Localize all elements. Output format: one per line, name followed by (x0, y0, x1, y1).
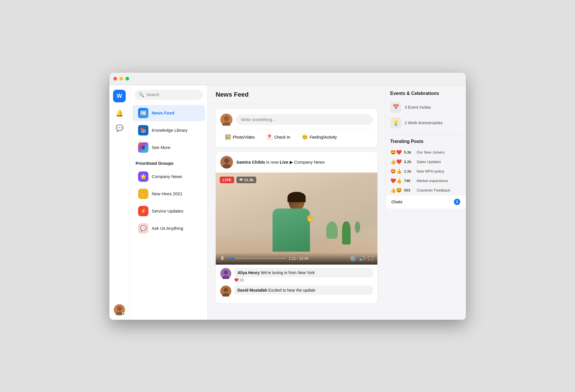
check-in-button[interactable]: 📍 Check In (262, 132, 295, 143)
trending-text-4: Cusotmer Feedback (417, 188, 450, 192)
trending-emojis-1: 👍❤️ (390, 159, 402, 165)
live-post-card: Samira Childs is now Live ▶ Company News (216, 152, 377, 303)
post-author-avatar (220, 156, 233, 169)
feeling-icon: 😊 (302, 134, 308, 140)
logo-letter: W (117, 93, 122, 99)
time-current: 1:21 (289, 256, 296, 261)
work-anniversaries-text: 2 Work Anniversaries (405, 121, 443, 125)
trending-emojis-3: ❤️👍 (390, 178, 402, 183)
composer-top (220, 114, 373, 126)
video-person: ✋ (283, 194, 310, 252)
trending-item-1[interactable]: 👍❤️ 2.2k Sales Updates (390, 157, 461, 167)
trending-item-3[interactable]: ❤️👍 746 Market expansions (390, 176, 461, 186)
new-hires-label: New Hires 2021 (152, 191, 183, 196)
photo-video-button[interactable]: 🖼️ Photo/Video (220, 132, 259, 143)
groups-section-header: Prioritised Groups (130, 156, 207, 168)
work-anniversaries-item[interactable]: 💡 2 Work Anniversaries (390, 115, 461, 131)
time-sep: / (297, 256, 299, 261)
comment-author-2: David Mustafah (238, 288, 267, 292)
sidebar-item-new-hires[interactable]: ✋ New Hires 2021 (132, 186, 205, 202)
check-in-label: Check In (274, 135, 290, 139)
post-author-name: Samira Childs (236, 160, 265, 165)
app-logo[interactable]: W (113, 90, 126, 102)
comment-item: Aliya Henry We're tuning in from New Yor… (220, 268, 373, 282)
close-button[interactable] (113, 77, 117, 81)
sidebar-item-see-more[interactable]: ⊞ See More (132, 139, 205, 156)
comment-reaction-1: ❤️ 23 (234, 278, 373, 282)
chats-badge: 3 (454, 199, 460, 205)
see-more-label: See More (152, 145, 171, 150)
fullscreen-button[interactable]: ⛶ (368, 255, 373, 261)
trending-text-1: Sales Updates (417, 160, 441, 164)
maximize-button[interactable] (125, 77, 129, 81)
icon-rail: W 🔔 💬 (109, 85, 130, 320)
search-icon: 🔍 (139, 92, 144, 97)
trending-text-3: Market expansions (417, 179, 448, 183)
minimize-button[interactable] (119, 77, 123, 81)
service-updates-icon: ⚡ (138, 206, 148, 216)
ask-us-icon: 💬 (138, 223, 148, 234)
svg-point-10 (224, 270, 228, 274)
volume-button[interactable]: 🔊 (359, 255, 365, 262)
svg-point-7 (224, 158, 229, 163)
sidebar-item-ask-us-anything[interactable]: 💬 Ask Us Anything (132, 220, 205, 236)
trending-item-2[interactable]: 🤩👍 1.1k New WFH policy (390, 167, 461, 176)
see-more-icon: ⊞ (138, 142, 148, 153)
search-bar[interactable]: 🔍 (135, 90, 203, 100)
composer-input[interactable] (236, 114, 373, 125)
eye-icon: 👁 (239, 178, 243, 182)
composer-avatar (220, 114, 232, 126)
live-badge: LIVE (220, 177, 234, 183)
search-input[interactable] (147, 92, 199, 97)
event-invites-text: 3 Event Invites (405, 105, 431, 110)
composer-actions: 🖼️ Photo/Video 📍 Check In 😊 Feeling/Acti… (220, 129, 373, 143)
user-avatar[interactable] (114, 304, 125, 315)
app-body: W 🔔 💬 🔍 (109, 85, 466, 320)
svg-point-1 (117, 306, 122, 311)
page-title: News Feed (216, 91, 377, 98)
trending-emojis-0: 🤩❤️ (390, 150, 402, 155)
right-divider (390, 135, 461, 135)
sidebar-item-service-updates[interactable]: ⚡ Service Updates (132, 203, 205, 219)
right-sidebar: Events & Celebrations 📅 3 Event Invites … (385, 85, 466, 320)
time-total: 10:40 (299, 256, 309, 261)
video-plants (326, 221, 360, 244)
trending-emojis-4: 👍🤩 (390, 188, 402, 193)
feeling-button[interactable]: 😊 Feeling/Activity (297, 132, 341, 143)
post-live-word: Live (280, 160, 288, 165)
photo-video-label: Photo/Video (233, 135, 255, 139)
trending-item-4[interactable]: 👍🤩 553 Cusotmer Feedback (390, 186, 461, 195)
news-feed-icon: 📰 (138, 108, 148, 118)
comment-avatar-2 (220, 286, 231, 297)
post-group-name: Company News (294, 160, 325, 165)
chats-bar[interactable]: Chats 3 (386, 195, 466, 209)
feeling-label: Feeling/Activity (310, 135, 337, 139)
messages-icon[interactable]: 💬 (113, 122, 126, 135)
knowledge-library-icon: 📚 (138, 125, 148, 135)
comment-body-2: Excited to hear the update (268, 288, 315, 292)
comment-author-1: Aliya Henry (238, 270, 260, 275)
news-feed-label: News Feed (152, 110, 174, 115)
company-news-icon: ⭐ (138, 171, 148, 182)
post-header: Samira Childs is now Live ▶ Company News (216, 152, 377, 173)
progress-bar[interactable] (228, 258, 286, 259)
sidebar-item-news-feed[interactable]: 📰 News Feed (132, 105, 205, 121)
live-video[interactable]: ✋ LIVE 👁 11.3k ⏸ (216, 173, 377, 265)
traffic-lights (113, 77, 129, 81)
event-invites-item[interactable]: 📅 3 Event Invites (390, 100, 461, 115)
work-anniversaries-icon: 💡 (390, 117, 401, 128)
settings-button[interactable]: ⚙️ (350, 255, 356, 262)
comment-bubble-1: Aliya Henry We're tuning in from New Yor… (234, 268, 373, 277)
sidebar-item-company-news[interactable]: ⭐ Company News (132, 169, 205, 185)
online-indicator (122, 312, 125, 315)
svg-point-13 (224, 288, 228, 292)
play-pause-button[interactable]: ⏸ (220, 255, 225, 261)
chats-label: Chats (391, 200, 403, 204)
trending-item-0[interactable]: 🤩❤️ 5.3k Our New Joiners (390, 148, 461, 157)
notifications-icon[interactable]: 🔔 (113, 107, 126, 120)
sidebar-item-knowledge-library[interactable]: 📚 Knowledge Library (132, 122, 205, 138)
comment-content-2: David Mustafah Excited to hear the updat… (234, 286, 373, 295)
comments-section: Aliya Henry We're tuning in from New Yor… (216, 265, 377, 303)
comment-body-1: We're tuning in from New York (261, 270, 315, 275)
post-meta-name: Samira Childs is now Live ▶ Company News (236, 160, 373, 165)
